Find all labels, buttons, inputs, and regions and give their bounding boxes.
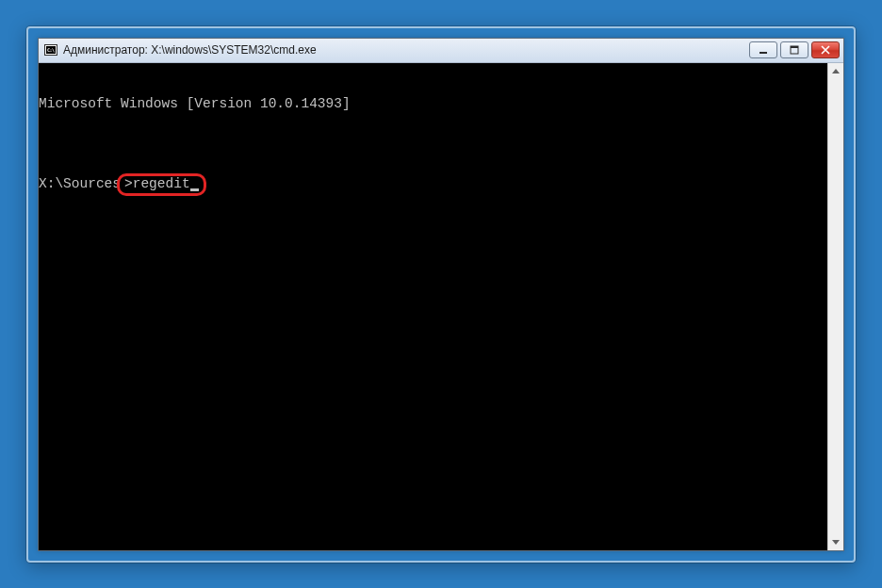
chevron-up-icon	[832, 69, 840, 74]
svg-rect-2	[791, 46, 798, 48]
typed-command: regedit	[133, 176, 190, 192]
minimize-button[interactable]	[749, 41, 777, 58]
svg-rect-0	[760, 52, 767, 54]
outer-frame: Администратор: X:\windows\SYSTEM32\cmd.e…	[26, 26, 856, 563]
scroll-up-button[interactable]	[828, 63, 843, 79]
console-prompt-line: X:\Sources > regedit	[39, 176, 843, 196]
console-output[interactable]: Microsoft Windows [Version 10.0.14393] X…	[39, 63, 843, 228]
window-controls	[746, 41, 840, 58]
console-line-version: Microsoft Windows [Version 10.0.14393]	[39, 96, 843, 112]
prompt-sep: >	[124, 176, 133, 192]
vertical-scrollbar[interactable]	[827, 63, 843, 550]
cmd-window: Администратор: X:\windows\SYSTEM32\cmd.e…	[38, 38, 844, 551]
scroll-down-button[interactable]	[828, 534, 843, 550]
scroll-track[interactable]	[828, 79, 843, 534]
client-area: Microsoft Windows [Version 10.0.14393] X…	[39, 63, 843, 550]
window-title: Администратор: X:\windows\SYSTEM32\cmd.e…	[63, 43, 741, 57]
titlebar[interactable]: Администратор: X:\windows\SYSTEM32\cmd.e…	[39, 39, 843, 63]
prompt-path: X:\Sources	[39, 176, 121, 196]
close-button[interactable]	[811, 41, 840, 58]
text-cursor	[190, 188, 199, 191]
cmd-app-icon	[44, 44, 57, 56]
command-highlight-annotation: > regedit	[117, 173, 206, 196]
maximize-button[interactable]	[780, 41, 808, 58]
chevron-down-icon	[832, 540, 840, 545]
